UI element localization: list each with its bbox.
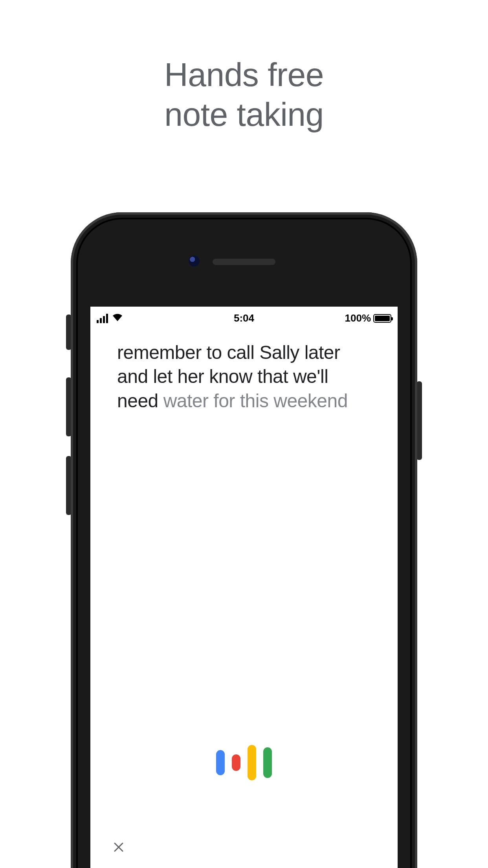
voice-transcription: remember to call Sally later and let her…: [90, 329, 398, 413]
close-button[interactable]: [111, 839, 127, 855]
status-bar: 5:04 100%: [90, 307, 398, 329]
google-voice-bars-icon[interactable]: [90, 743, 398, 782]
voice-bar-yellow: [248, 745, 256, 780]
phone-frame: 5:04 100% remember to call Sally later a…: [71, 212, 417, 868]
phone-power-button: [416, 381, 422, 460]
voice-bar-green: [263, 747, 272, 778]
voice-bar-red: [232, 754, 240, 771]
phone-speaker: [213, 259, 275, 265]
marketing-headline: Hands free note taking: [0, 55, 488, 134]
battery-percent-label: 100%: [345, 312, 371, 324]
voice-bar-blue: [216, 750, 225, 775]
close-icon: [113, 841, 125, 853]
phone-front-camera: [189, 256, 200, 267]
phone-screen: 5:04 100% remember to call Sally later a…: [90, 307, 398, 868]
headline-line-1: Hands free: [0, 55, 488, 95]
transcription-tentative: water for this weekend: [163, 390, 348, 411]
headline-line-2: note taking: [0, 95, 488, 134]
status-right: 100%: [345, 312, 392, 324]
battery-full-icon: [373, 314, 391, 323]
